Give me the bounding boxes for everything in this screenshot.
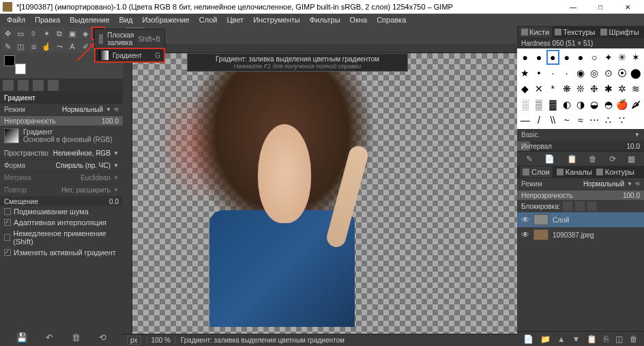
- brush-item[interactable]: ●: [518, 50, 531, 65]
- new-layer-icon[interactable]: 📄: [523, 334, 533, 344]
- open-as-image-icon[interactable]: ▦: [628, 154, 635, 164]
- brush-item[interactable]: ∵: [615, 113, 628, 128]
- tab-brushes[interactable]: Кисти: [518, 27, 552, 38]
- brush-item[interactable]: ·: [560, 66, 573, 81]
- menu-windows[interactable]: Окна: [346, 14, 372, 25]
- duplicate-brush-icon[interactable]: 📋: [567, 154, 577, 164]
- brush-item[interactable]: ⊙: [602, 66, 615, 81]
- tool-warp[interactable]: ◈: [79, 27, 91, 40]
- new-brush-icon[interactable]: 📄: [544, 154, 555, 164]
- mode-reset-icon[interactable]: ⟲: [114, 106, 119, 113]
- brush-item[interactable]: ▒: [532, 97, 545, 112]
- tool-rect-select[interactable]: ▭: [14, 27, 27, 40]
- tab-layers[interactable]: Слои: [520, 167, 553, 177]
- save-preset-icon[interactable]: 💾: [16, 332, 27, 343]
- brush-item[interactable]: ❋: [560, 81, 573, 96]
- visibility-icon[interactable]: 👁: [521, 230, 529, 240]
- duplicate-layer-icon[interactable]: 📋: [587, 334, 597, 344]
- brush-item[interactable]: /: [532, 113, 545, 128]
- new-group-icon[interactable]: 📁: [540, 334, 551, 344]
- instant-checkbox[interactable]: Немедленное применение (Shift): [0, 228, 123, 247]
- brush-item[interactable]: ◓: [602, 97, 615, 112]
- menu-file[interactable]: Файл: [3, 14, 29, 25]
- brush-item[interactable]: ◐: [560, 97, 573, 112]
- layer-row[interactable]: 👁 1090387.jpeg: [517, 227, 644, 242]
- tool-clone[interactable]: ⧇: [27, 40, 40, 53]
- menu-item-gradient[interactable]: Градиент G: [95, 48, 164, 62]
- tool-move[interactable]: ✥: [1, 27, 14, 40]
- edit-brush-icon[interactable]: ✎: [526, 154, 533, 164]
- menu-view[interactable]: Вид: [115, 14, 137, 25]
- tab-history[interactable]: История: [642, 27, 644, 38]
- minimize-button[interactable]: —: [559, 0, 587, 14]
- background-color[interactable]: [15, 63, 26, 74]
- brush-item[interactable]: ❊: [574, 81, 587, 96]
- menu-colors[interactable]: Цвет: [222, 14, 248, 25]
- menu-item-bucket-fill[interactable]: Плоская заливка Shift+B: [95, 29, 164, 48]
- tool-eraser[interactable]: ◫: [14, 40, 27, 53]
- brush-item[interactable]: ░: [518, 97, 531, 112]
- refresh-brush-icon[interactable]: ⟳: [609, 154, 616, 164]
- brush-item[interactable]: ∙: [546, 66, 559, 81]
- tool-fuzzy-select[interactable]: ✦: [40, 27, 53, 40]
- mode-reset-icon[interactable]: ⟲: [635, 181, 640, 187]
- visibility-icon[interactable]: 👁: [521, 215, 529, 225]
- lock-pixels-icon[interactable]: [563, 201, 572, 211]
- tool-text[interactable]: A: [66, 40, 78, 53]
- brush-item[interactable]: ⦿: [615, 66, 628, 81]
- brush-item[interactable]: ○: [588, 50, 601, 65]
- menu-layer[interactable]: Слой: [195, 14, 222, 25]
- tab-channels[interactable]: Каналы: [557, 168, 592, 176]
- tool-transform[interactable]: ▣: [66, 27, 78, 40]
- foreground-color[interactable]: [4, 55, 15, 66]
- brush-item[interactable]: ✦: [602, 50, 615, 65]
- zoom-dropdown[interactable]: 100 %: [147, 336, 175, 344]
- delete-brush-icon[interactable]: 🗑: [589, 154, 597, 164]
- brush-item[interactable]: ✶: [630, 50, 643, 65]
- modify-checkbox[interactable]: Изменять активный градиент: [0, 247, 123, 258]
- brush-item[interactable]: ●: [574, 50, 587, 65]
- brush-item[interactable]: ✲: [615, 81, 628, 96]
- brush-item[interactable]: ✳: [615, 50, 628, 65]
- brush-item[interactable]: ≋: [630, 81, 643, 96]
- brush-item[interactable]: ●: [560, 50, 573, 65]
- brush-item[interactable]: 🍎: [615, 97, 628, 112]
- repeat-row[interactable]: Повтор Нет, расширить ▼: [0, 184, 123, 197]
- brush-item[interactable]: ◎: [588, 66, 601, 81]
- canvas[interactable]: Градиент: заливка выделения цветным град…: [132, 53, 517, 334]
- brush-item[interactable]: ~: [560, 113, 573, 128]
- tab-tool-options[interactable]: [3, 80, 14, 91]
- menu-help[interactable]: Справка: [372, 14, 410, 25]
- brush-item[interactable]: ★: [518, 66, 531, 81]
- brush-item[interactable]: ◆: [518, 81, 531, 96]
- space-row[interactable]: Пространство Нелинейное, RGB ▼: [0, 147, 123, 160]
- tab-device-status[interactable]: [18, 80, 29, 91]
- tool-pencil[interactable]: ✎: [1, 40, 14, 53]
- delete-layer-icon[interactable]: 🗑: [630, 334, 638, 344]
- brush-item[interactable]: ▓: [546, 97, 559, 112]
- brush-item[interactable]: ✕: [532, 81, 545, 96]
- shape-row[interactable]: Форма Спираль (пр. ЧС) ▼: [0, 160, 123, 172]
- offset-slider[interactable]: Смещение 0.0: [0, 197, 123, 206]
- layer-opacity-slider[interactable]: Непрозрачность 100.0: [517, 190, 644, 200]
- restore-preset-icon[interactable]: ↶: [46, 332, 53, 343]
- tool-color-picker[interactable]: ✐: [79, 40, 91, 53]
- brush-item[interactable]: ◉: [574, 66, 587, 81]
- tool-crop[interactable]: ⧉: [53, 27, 65, 40]
- layer-row[interactable]: 👁 Слой: [517, 212, 644, 227]
- adaptive-checkbox[interactable]: Адаптивная интерполяция: [0, 217, 123, 228]
- tool-smudge[interactable]: ☝: [40, 40, 53, 53]
- metric-row[interactable]: Метрика Euclidean ▼: [0, 172, 123, 184]
- brush-item[interactable]: •: [532, 66, 545, 81]
- mode-row[interactable]: Режим Нормальный ▼ ⟲: [0, 104, 123, 116]
- menu-select[interactable]: Выделение: [65, 14, 113, 25]
- gradient-selector[interactable]: Градиент Основной в фоновый (RGB): [0, 126, 123, 147]
- lock-alpha-icon[interactable]: [587, 201, 597, 211]
- brush-item[interactable]: ●: [546, 50, 559, 65]
- color-swatches[interactable]: [4, 55, 26, 74]
- brush-item[interactable]: ●: [532, 50, 545, 65]
- menu-edit[interactable]: Правка: [31, 14, 64, 25]
- opacity-slider[interactable]: Непрозрачность 100.0: [0, 116, 123, 126]
- brush-item[interactable]: ∴: [602, 113, 615, 128]
- mask-icon[interactable]: ◫: [615, 334, 623, 344]
